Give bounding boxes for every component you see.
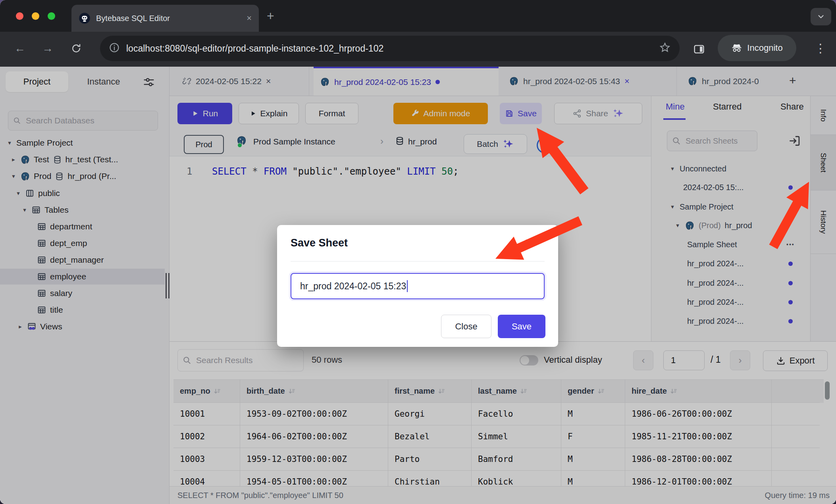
chevron-down-icon bbox=[817, 12, 825, 21]
side-panel-button[interactable] bbox=[693, 43, 705, 57]
modal-close-button[interactable]: Close bbox=[441, 315, 491, 338]
sheet-name-input[interactable]: hr_prod 2024-02-05 15:23 bbox=[291, 273, 545, 299]
bookmark-star-icon[interactable] bbox=[659, 42, 671, 55]
reload-icon bbox=[71, 43, 82, 54]
text-cursor bbox=[407, 280, 408, 292]
window-close-button[interactable] bbox=[16, 12, 23, 20]
modal-save-button[interactable]: Save bbox=[498, 315, 545, 338]
browser-tab-title: Bytebase SQL Editor bbox=[96, 14, 241, 23]
incognito-badge: Incognito bbox=[718, 35, 796, 61]
url-bar[interactable]: localhost:8080/sql-editor/prod-sample-in… bbox=[100, 36, 680, 61]
forward-button[interactable]: → bbox=[42, 42, 53, 55]
back-button[interactable]: ← bbox=[14, 42, 25, 55]
divider bbox=[291, 261, 545, 262]
tab-close-icon[interactable]: × bbox=[247, 13, 252, 23]
incognito-label: Incognito bbox=[747, 43, 782, 53]
site-info-icon[interactable] bbox=[109, 42, 120, 55]
save-sheet-modal: Save Sheet × hr_prod 2024-02-05 15:23 Cl… bbox=[277, 225, 558, 347]
browser-tabstrip: Bytebase SQL Editor × + bbox=[0, 0, 836, 32]
modal-title: Save Sheet bbox=[291, 237, 348, 249]
new-tab-button[interactable]: + bbox=[267, 9, 274, 23]
bytebase-favicon bbox=[79, 12, 91, 24]
browser-menu-button[interactable]: ⋮ bbox=[815, 41, 826, 55]
incognito-icon bbox=[731, 42, 742, 54]
modal-close-icon[interactable]: × bbox=[525, 235, 532, 249]
screen: Bytebase SQL Editor × + ← → localhost:80… bbox=[0, 0, 836, 504]
browser-toolbar: ← → localhost:8080/sql-editor/prod-sampl… bbox=[0, 32, 836, 67]
url-text: localhost:8080/sql-editor/prod-sample-in… bbox=[126, 43, 653, 54]
browser-tab[interactable]: Bytebase SQL Editor × bbox=[71, 5, 259, 32]
window-zoom-button[interactable] bbox=[48, 12, 55, 20]
reload-button[interactable] bbox=[71, 43, 82, 56]
window-minimize-button[interactable] bbox=[32, 12, 39, 20]
side-panel-icon bbox=[693, 43, 705, 56]
tab-search-button[interactable] bbox=[811, 8, 831, 25]
